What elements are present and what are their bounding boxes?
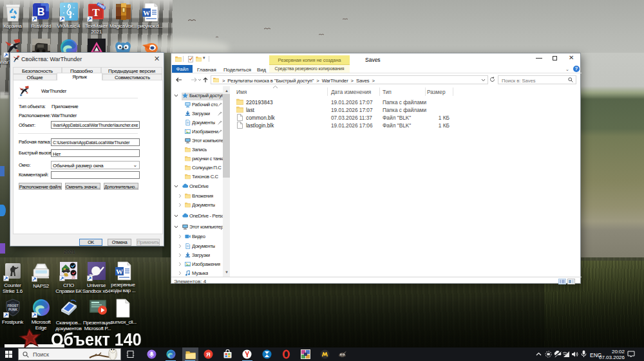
svg-text:T: T <box>92 6 100 19</box>
svg-text:B: B <box>37 6 45 17</box>
svg-text:PUNK: PUNK <box>8 308 17 311</box>
svg-text:W: W <box>143 9 150 17</box>
svg-text:Я: Я <box>206 351 210 358</box>
svg-text:25: 25 <box>71 276 75 279</box>
svg-text:W: W <box>116 268 123 275</box>
